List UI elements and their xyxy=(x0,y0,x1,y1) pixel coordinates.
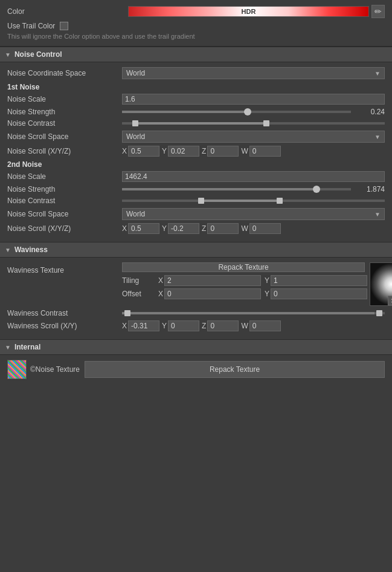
noise2-scroll-space-value: World xyxy=(126,210,145,218)
tiling-y-input[interactable] xyxy=(271,275,367,286)
noise1-scroll-space-value: World xyxy=(126,132,145,141)
tiling-row: Tiling X Y xyxy=(122,275,367,286)
waviness-scroll-z[interactable] xyxy=(207,320,239,331)
hint-text: This will ignore the Color option above … xyxy=(7,33,385,40)
internal-title: Internal xyxy=(14,343,40,351)
noise2-contrast-thumb-right xyxy=(277,198,283,204)
use-trail-checkbox[interactable] xyxy=(60,22,68,30)
waviness-texture-label: Waviness Texture xyxy=(7,262,122,275)
internal-content: ©Noise Texture Repack Texture xyxy=(0,355,392,388)
noise2-scroll-w[interactable] xyxy=(249,223,281,234)
noise2-contrast-label: Noise Contrast xyxy=(7,197,122,205)
waviness-scroll-y[interactable] xyxy=(168,320,199,331)
noise2-strength-label: Noise Strength xyxy=(7,185,122,193)
color-bar-container: HDR ✏ xyxy=(128,5,385,18)
tiling-x-input[interactable] xyxy=(164,275,261,286)
waviness-scroll-w-part: W xyxy=(241,320,280,331)
offset-x-input[interactable] xyxy=(164,288,261,299)
waviness-contrast-slider[interactable] xyxy=(122,312,385,314)
tiling-xy: X Y xyxy=(158,275,367,286)
panel: Color HDR ✏ Use Trail Color This will ig… xyxy=(0,0,392,388)
noise1-scroll-w[interactable] xyxy=(249,146,281,157)
noise1-w-axis: W xyxy=(241,147,248,155)
noise2-scroll-x[interactable] xyxy=(128,223,159,234)
waviness-contrast-label: Waviness Contrast xyxy=(7,309,122,317)
noise1-contrast-range xyxy=(135,122,267,125)
coord-space-dropdown[interactable]: World ▼ xyxy=(122,67,385,79)
waviness-contrast-fill xyxy=(122,312,374,314)
noise-control-header[interactable]: ▼ Noise Control xyxy=(0,47,392,62)
waviness-texture-controls: Repack Texture Tiling X Y Offset xyxy=(122,262,392,306)
noise2-scroll-row: Noise Scroll (X/Y/Z) X Y Z W xyxy=(7,223,385,234)
waviness-texture-row: Waviness Texture Repack Texture Tiling X… xyxy=(7,262,385,306)
noise2-x-axis: X xyxy=(122,224,127,233)
color-row: Color HDR ✏ xyxy=(7,5,385,18)
noise1-scroll-x-part: X xyxy=(122,146,159,157)
noise2-contrast-range xyxy=(201,200,280,202)
noise1-scroll-w-part: W xyxy=(241,146,280,157)
noise-icon-pattern xyxy=(8,360,26,379)
waviness-header[interactable]: ▼ Waviness xyxy=(0,242,392,258)
tiling-x-axis: X xyxy=(158,276,163,285)
noise1-scale-label: Noise Scale xyxy=(7,95,122,103)
noise2-strength-track xyxy=(122,188,351,190)
color-bar[interactable]: HDR xyxy=(128,6,369,17)
noise1-scroll-vector: X Y Z W xyxy=(122,146,385,157)
waviness-scroll-x[interactable] xyxy=(128,320,159,331)
internal-repack-button[interactable]: Repack Texture xyxy=(85,361,385,378)
noise2-scale-input[interactable] xyxy=(122,171,385,182)
noise1-y-axis: Y xyxy=(162,147,167,155)
coord-space-row: Noise Coordinate Space World ▼ xyxy=(7,67,385,79)
noise2-scroll-space-chevron: ▼ xyxy=(374,211,381,218)
internal-repack-container: Repack Texture xyxy=(85,361,385,378)
noise2-scale-label: Noise Scale xyxy=(7,172,122,181)
noise2-scroll-y[interactable] xyxy=(168,223,199,234)
internal-header[interactable]: ▼ Internal xyxy=(0,339,392,355)
noise2-scroll-space-label: Noise Scroll Space xyxy=(7,210,122,218)
noise1-contrast-thumb-left xyxy=(132,120,138,126)
noise1-scroll-space-dropdown[interactable]: World ▼ xyxy=(122,131,385,143)
coord-space-chevron: ▼ xyxy=(374,70,381,77)
noise1-scroll-z[interactable] xyxy=(207,146,239,157)
noise2-scroll-vector: X Y Z W xyxy=(122,223,385,234)
offset-label: Offset xyxy=(122,290,158,298)
waviness-repack-button[interactable]: Repack Texture xyxy=(122,262,365,272)
waviness-contrast-thumb-right xyxy=(376,310,382,316)
noise1-scroll-space-chevron: ▼ xyxy=(374,134,381,140)
noise1-scroll-x[interactable] xyxy=(128,146,159,157)
waviness-scroll-x-part: X xyxy=(122,320,159,331)
select-button[interactable]: Select xyxy=(388,296,392,305)
noise-texture-label: ©Noise Texture xyxy=(30,365,80,374)
noise1-strength-label: Noise Strength xyxy=(7,108,122,116)
offset-y-axis: Y xyxy=(265,290,269,298)
noise-texture-icon xyxy=(7,360,27,379)
noise2-strength-thumb xyxy=(313,186,320,193)
offset-y-input[interactable] xyxy=(271,288,367,299)
noise1-scroll-label: Noise Scroll (X/Y/Z) xyxy=(7,147,122,155)
tiling-label: Tiling xyxy=(122,276,158,285)
waviness-scroll-row: Waviness Scroll (X/Y) X Y Z W xyxy=(7,320,385,331)
noise2-contrast-slider[interactable] xyxy=(122,200,385,202)
noise2-scroll-space-dropdown[interactable]: World ▼ xyxy=(122,208,385,220)
noise2-strength-slider[interactable]: 1.874 xyxy=(122,185,385,193)
noise1-scroll-y[interactable] xyxy=(168,146,199,157)
waviness-content: Waviness Texture Repack Texture Tiling X… xyxy=(0,258,392,339)
texture-preview: Select xyxy=(370,262,392,306)
noise2-strength-value: 1.874 xyxy=(355,185,385,193)
noise1-contrast-slider[interactable] xyxy=(122,122,385,125)
noise1-scroll-space-label: Noise Scroll Space xyxy=(7,132,122,141)
waviness-title: Waviness xyxy=(14,245,48,254)
noise1-scale-input[interactable] xyxy=(122,94,385,105)
noise1-strength-slider[interactable]: 0.24 xyxy=(122,108,385,116)
waviness-arrow: ▼ xyxy=(5,247,11,253)
noise2-contrast-row: Noise Contrast xyxy=(7,197,385,205)
color-label: Color xyxy=(7,7,128,16)
wav-y-axis: Y xyxy=(162,322,167,330)
eyedropper-button[interactable]: ✏ xyxy=(371,5,385,18)
waviness-scroll-w[interactable] xyxy=(249,320,281,331)
noise2-scroll-z[interactable] xyxy=(207,223,239,234)
noise1-scroll-row: Noise Scroll (X/Y/Z) X Y Z W xyxy=(7,146,385,157)
noise1-scroll-space-row: Noise Scroll Space World ▼ xyxy=(7,131,385,143)
waviness-scroll-label: Waviness Scroll (X/Y) xyxy=(7,322,122,330)
noise2-scale-row: Noise Scale xyxy=(7,171,385,182)
